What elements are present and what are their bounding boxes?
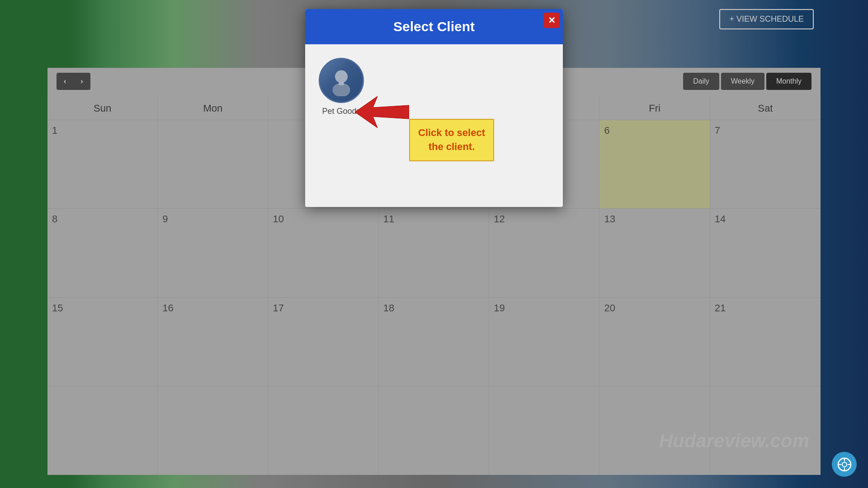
svg-point-0 [335, 70, 348, 83]
svg-point-5 [842, 462, 847, 467]
support-button[interactable] [832, 452, 857, 477]
modal-header: Select Client ✕ [305, 9, 563, 44]
modal-close-button[interactable]: ✕ [544, 13, 559, 28]
tooltip-box: Click to select the client. [409, 119, 494, 161]
select-client-modal: Select Client ✕ Pet Goods [305, 9, 563, 207]
svg-rect-2 [339, 82, 344, 85]
modal-body: Pet Goods Click to select the client. [305, 44, 563, 207]
svg-marker-3 [355, 96, 409, 128]
annotation-arrow [355, 94, 409, 132]
modal-title: Select Client [393, 19, 475, 34]
